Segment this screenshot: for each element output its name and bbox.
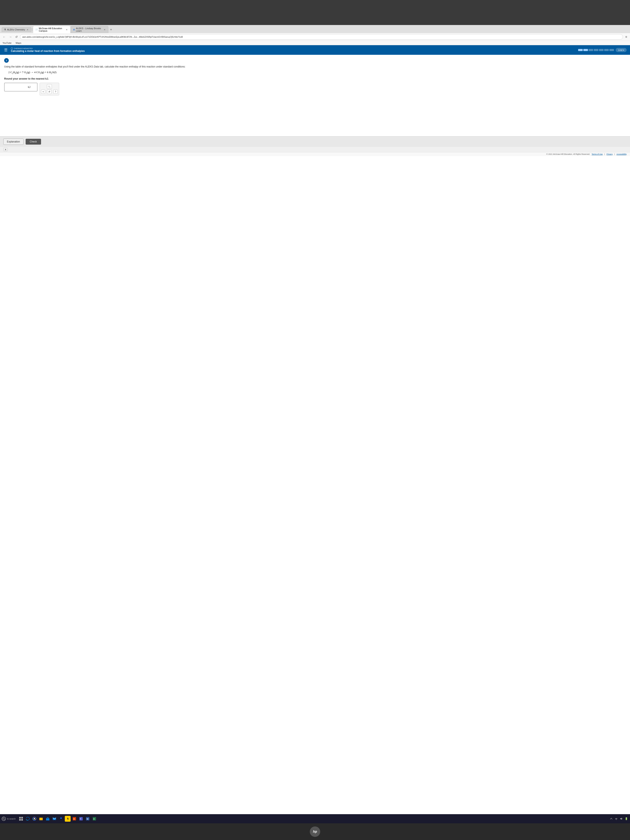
excel-icon-taskbar[interactable]: X [92,816,97,822]
windows-store-icon-taskbar[interactable] [45,816,51,822]
answer-input-box: kJ [4,83,38,92]
tab-mcgraw-hill[interactable]: 📄 McGraw-Hill Education Campus ✕ [33,26,70,33]
extensions-button[interactable]: ⚙ [624,35,628,39]
accessibility-link[interactable]: Accessibility [616,153,627,155]
fraction-icon: □□ [48,85,51,87]
taskbar-search-area: to search [2,817,16,821]
user-name: Lind [618,49,622,51]
problem-instructions: Using the table of standard formation en… [4,65,626,68]
word-icon-taskbar[interactable]: W [85,816,91,822]
battery-icon[interactable]: 🔋 [624,817,628,821]
rounding-instruction: Round your answer to the nearest kJ. [4,77,626,80]
times-button[interactable]: × [41,90,45,94]
tab-favicon-aleks: ⚗ [4,28,6,31]
back-button[interactable]: ← [2,35,7,39]
teams-icon-taskbar[interactable]: T [78,816,84,822]
new-tab-button[interactable]: + [109,27,113,32]
help-button[interactable]: ? [53,90,57,94]
edge-icon [25,817,30,821]
bookmarks-bar: YouTube Maps [0,41,630,45]
tab-close-aleks-chemistry[interactable]: ✕ [26,28,29,31]
tab-close-mcgraw[interactable]: ✕ [65,28,68,31]
scroll-indicator: ∧ [0,147,630,152]
tab-separator: | [32,28,33,32]
bolt-icon [66,817,70,821]
word-icon: W [85,817,90,821]
tab-aleks-learn[interactable]: A ALEKS - Lindsay Brooks Learn ✕ [71,26,108,33]
mail-icon-taskbar[interactable] [52,816,57,822]
dropbox-icon-taskbar[interactable] [58,816,64,822]
svg-point-21 [616,819,616,820]
power-icon-taskbar[interactable] [65,816,71,822]
network-icon[interactable] [614,817,618,821]
fraction-button[interactable]: □□ [47,84,52,89]
volume-icon[interactable] [619,817,623,821]
svg-rect-4 [19,819,21,821]
tray-notification-icon[interactable] [609,817,613,821]
tab-close-aleks-learn[interactable]: ✕ [103,28,106,31]
svg-text:O: O [73,818,75,820]
svg-text:X: X [93,818,95,820]
aleks-header-title-area: THERMOCHEMISTRY Calculating a molar heat… [11,47,85,52]
svg-text:T: T [80,818,81,820]
hp-logo: hp [310,826,320,837]
file-explorer-icon-taskbar[interactable] [38,816,44,822]
explanation-button[interactable]: Explanation [3,139,24,145]
forward-button[interactable]: → [8,35,13,39]
footer-bar: © 2021 McGraw-Hill Education. All Rights… [0,152,630,156]
svg-point-7 [34,818,35,819]
svg-point-0 [3,818,5,819]
module-circle-icon [11,47,13,50]
hamburger-menu-button[interactable]: ☰ [3,47,8,53]
wifi-icon [615,817,618,820]
search-label[interactable]: to search [7,818,16,820]
bookmark-maps[interactable]: Maps [15,41,22,44]
check-button[interactable]: Check [25,139,41,145]
progress-segment-4 [594,49,598,51]
scroll-up-button[interactable]: ∧ [3,148,8,151]
store-icon [46,817,50,821]
progress-segment-2 [583,49,588,51]
math-toolbar-row1: □□ [41,84,58,89]
speaker-icon [620,817,623,820]
windows-search-circle[interactable] [2,817,6,821]
browser-chrome: ⚗ ALEKs Chemistry ✕ | 📄 McGraw-Hill Educ… [0,25,630,45]
privacy-link[interactable]: Privacy [606,153,613,155]
aleks-header-right: Lind ▾ [578,48,627,52]
footer-separator-2: | [614,153,615,155]
math-toolbar: □□ × ↺ ? [39,83,59,95]
aleks-header: ☰ THERMOCHEMISTRY Calculating a molar he… [0,45,630,55]
answer-input-field[interactable] [6,85,27,88]
chrome-icon-taskbar[interactable] [32,816,37,822]
expand-collapse-button[interactable]: ∨ [4,58,9,63]
expand-icon: ∨ [6,59,8,62]
hamburger-icon: ☰ [4,48,8,52]
edge-icon-taskbar[interactable] [25,816,31,822]
address-bar-input[interactable] [20,34,623,39]
module-label: THERMOCHEMISTRY [11,47,85,50]
svg-rect-9 [39,818,41,818]
address-bar-row: ← → ↺ ⚙ [0,33,630,41]
math-toolbar-row2: × ↺ ? [41,90,58,94]
taskview-button[interactable] [18,816,24,822]
laptop-bezel-top [0,0,630,25]
unit-label: kJ [28,85,30,88]
svg-rect-5 [21,819,23,821]
progress-segment-1 [578,49,583,51]
undo-button[interactable]: ↺ [47,90,52,94]
teams-icon: T [79,817,83,821]
bookmark-youtube[interactable]: YouTube [2,41,12,44]
terms-of-use-link[interactable]: Terms of Use [592,153,603,155]
tab-aleks-chemistry[interactable]: ⚗ ALEKs Chemistry ✕ [2,27,31,32]
tab-favicon-aleks-learn: A [73,28,75,31]
aleks-container: ☰ THERMOCHEMISTRY Calculating a molar he… [0,45,630,814]
dropbox-icon [59,817,63,821]
footer-separator-1: | [605,153,605,155]
system-tray: 🔋 [609,817,628,821]
user-name-badge[interactable]: Lind ▾ [616,48,627,52]
problem-title: Calculating a molar heat of reaction fro… [11,50,85,52]
expand-collapse-area: ∨ [4,58,626,63]
refresh-button[interactable]: ↺ [14,35,19,39]
office-icon-taskbar[interactable]: O [71,816,77,822]
reaction-equation: 2 C2H6(g) + 7 O2(g) → 4 CO2(g) + 6 H2O(l… [8,71,626,74]
